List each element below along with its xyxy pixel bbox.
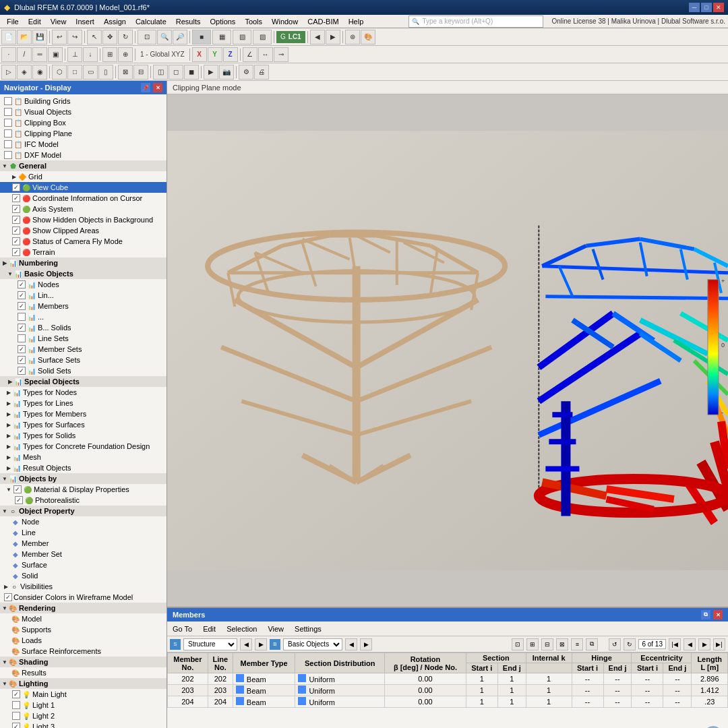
tree-grid[interactable]: ▶ 🔶 Grid	[0, 171, 166, 182]
view-cube-checkbox[interactable]	[12, 183, 20, 191]
tree-visibilities[interactable]: ▶ ○ Visibilities	[0, 581, 166, 592]
tree-surface-reinf[interactable]: 🎨 Surface Reinforcements	[0, 646, 166, 657]
tool1-btn[interactable]: ▷	[1, 65, 16, 80]
tree-solid-prop[interactable]: ◆ Solid	[0, 570, 166, 581]
angle-btn[interactable]: ∠	[243, 47, 257, 62]
view-top-btn[interactable]: □	[67, 65, 82, 80]
tree-member-set-prop[interactable]: ◆ Member Set	[0, 549, 166, 559]
menu-help[interactable]: Help	[344, 16, 368, 27]
tree-terrain[interactable]: 🔴 Terrain	[0, 247, 166, 257]
shading-arrow[interactable]: ▼	[1, 659, 8, 665]
tree-material-display[interactable]: ▼ 🟢 Material & Display Properties	[0, 484, 166, 495]
tree-types-lines[interactable]: ▶ 📊 Types for Lines	[0, 398, 166, 408]
tree-show-clipped[interactable]: 🔴 Show Clipped Areas	[0, 225, 166, 236]
tree-clipping-box[interactable]: 📋 Clipping Box	[0, 117, 166, 128]
dimension-btn[interactable]: ⊸	[274, 47, 289, 62]
filter-btn[interactable]: ⊛	[345, 30, 360, 44]
cat-prev-btn[interactable]: ◀	[345, 638, 357, 650]
consider-colors-checkbox[interactable]	[4, 593, 12, 601]
surfaces-item-checkbox[interactable]	[18, 313, 26, 321]
tree-line-sets[interactable]: 📊 Line Sets	[0, 333, 166, 344]
wireframe-btn[interactable]: ◻	[169, 65, 183, 80]
types-members-arrow[interactable]: ▶	[5, 411, 12, 417]
bottom-panel-float-btn[interactable]: ⧉	[701, 610, 710, 619]
bottom-goto[interactable]: Go To	[170, 624, 195, 634]
dxf-model-checkbox[interactable]	[4, 151, 12, 159]
select-btn[interactable]: ↖	[87, 30, 102, 44]
category-filter[interactable]: Basic Objects All	[283, 638, 342, 650]
tree-light1[interactable]: 💡 Light 1	[0, 700, 166, 710]
axis-system-checkbox[interactable]	[12, 205, 20, 213]
nav-pin-btn[interactable]: 📌	[141, 83, 150, 92]
view-side-btn[interactable]: ▯	[98, 65, 113, 80]
tree-model-render[interactable]: 🎨 Model	[0, 613, 166, 624]
save-btn[interactable]: 💾	[32, 30, 47, 44]
table-row[interactable]: 203 203 Beam Uniform 0.00 1 1 1	[168, 685, 728, 696]
tree-visual-objects[interactable]: 📋 Visual Objects	[0, 107, 166, 117]
y-axis-btn[interactable]: Y	[208, 47, 222, 62]
type-filter[interactable]: Structure All	[183, 638, 237, 650]
undo-btn[interactable]: ↩	[52, 30, 67, 44]
tree-lighting[interactable]: ▼ 🎨 Lighting	[0, 678, 166, 689]
tree-surfaces-item[interactable]: 📊 ...	[0, 311, 166, 322]
menu-view[interactable]: View	[47, 16, 71, 27]
types-surfaces-arrow[interactable]: ▶	[5, 421, 12, 428]
surface-sets-checkbox[interactable]	[18, 356, 26, 364]
numbering-arrow[interactable]: ▶	[1, 260, 8, 266]
clipping-plane-checkbox[interactable]	[4, 129, 12, 138]
tree-consider-colors[interactable]: Consider Colors in Wireframe Model	[0, 592, 166, 603]
tree-building-grids[interactable]: 📋 Building Grids	[0, 96, 166, 107]
nodes-checkbox[interactable]	[18, 280, 26, 289]
tree-show-hidden[interactable]: 🔴 Show Hidden Objects in Background	[0, 214, 166, 225]
tree-basic-objects-section[interactable]: ▼ 📊 Basic Objects	[0, 268, 166, 279]
nav-close-btn[interactable]: ✕	[153, 83, 162, 92]
page-last-btn[interactable]: ▶|	[713, 638, 725, 650]
page-prev-btn[interactable]: ◀	[684, 638, 696, 650]
line-btn[interactable]: /	[17, 47, 32, 62]
bottom-settings[interactable]: Settings	[292, 624, 324, 634]
tree-photorealistic[interactable]: 🟢 Photorealistic	[0, 495, 166, 506]
tree-general-section[interactable]: ▼ ⬟ General	[0, 160, 166, 171]
view4-btn[interactable]: ▨	[253, 30, 272, 44]
visibilities-arrow[interactable]: ▶	[3, 583, 9, 590]
light1-checkbox[interactable]	[12, 701, 20, 709]
tree-types-concrete[interactable]: ▶ 📊 Types for Concrete Foundation Design	[0, 441, 166, 452]
tree-numbering-section[interactable]: ▶ 📊 Numbering	[0, 257, 166, 268]
tree-surface-sets[interactable]: 📊 Surface Sets	[0, 355, 166, 365]
terrain-checkbox[interactable]	[12, 248, 20, 256]
bottom-selection[interactable]: Selection	[224, 624, 260, 634]
menu-window[interactable]: Window	[268, 16, 302, 27]
page-first-btn[interactable]: |◀	[669, 638, 681, 650]
zoom-out-btn[interactable]: 🔎	[173, 30, 187, 44]
measure-btn[interactable]: ↔	[258, 47, 273, 62]
mesh-arrow[interactable]: ▶	[5, 454, 12, 460]
menu-results[interactable]: Results	[172, 16, 205, 27]
basic-objects-arrow[interactable]: ▼	[7, 270, 13, 277]
menu-file[interactable]: File	[3, 16, 23, 27]
lc-label-btn[interactable]: G LC1	[276, 31, 305, 43]
tool2-btn[interactable]: ◈	[17, 65, 32, 80]
tree-types-solids[interactable]: ▶ 📊 Types for Solids	[0, 430, 166, 441]
tree-types-nodes[interactable]: ▶ 📊 Types for Nodes	[0, 387, 166, 398]
show-clipped-checkbox[interactable]	[12, 226, 20, 235]
prev-lc-btn[interactable]: ◀	[310, 30, 325, 44]
special-objects-arrow[interactable]: ▶	[7, 378, 13, 385]
tree-coord-info[interactable]: 🔴 Coordinate Information on Cursor	[0, 193, 166, 204]
support-btn[interactable]: ⊥	[67, 47, 82, 62]
clipping-box-checkbox[interactable]	[4, 119, 12, 127]
tree-surface-prop[interactable]: ◆ Surface	[0, 559, 166, 570]
object-property-arrow[interactable]: ▼	[1, 508, 8, 514]
tree-line[interactable]: ◆ Line	[0, 527, 166, 538]
cat-next-btn[interactable]: ▶	[360, 638, 372, 650]
next-lc-btn[interactable]: ▶	[326, 30, 340, 44]
tree-light3[interactable]: 💡 Light 3	[0, 721, 166, 728]
types-concrete-arrow[interactable]: ▶	[5, 443, 12, 450]
view-front-btn[interactable]: ▭	[83, 65, 98, 80]
z-axis-btn[interactable]: Z	[223, 47, 238, 62]
rotate-btn[interactable]: ↻	[118, 30, 133, 44]
table-row[interactable]: 204 204 Beam Uniform 0.00 1 1 1	[168, 696, 728, 708]
redo-btn[interactable]: ↪	[67, 30, 82, 44]
light2-checkbox[interactable]	[12, 712, 20, 720]
view-iso-btn[interactable]: ⬡	[52, 65, 67, 80]
view1-btn[interactable]: ■	[192, 30, 211, 44]
